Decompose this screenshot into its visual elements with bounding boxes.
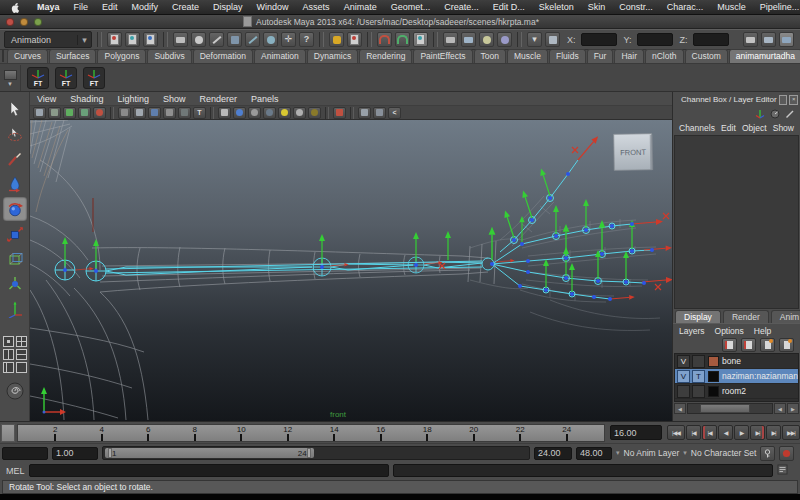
object-menu[interactable]: Object <box>742 123 767 133</box>
zoom-window-button[interactable] <box>34 18 42 26</box>
tool-settings-toggle-icon[interactable] <box>761 32 776 47</box>
layer-row-naziman[interactable]: V T naziman:nazianman <box>675 369 798 384</box>
hyperbolic-pen-icon[interactable] <box>784 108 796 120</box>
layer-type-checkbox[interactable]: T <box>692 370 705 383</box>
edit-menu[interactable]: Edit <box>721 123 736 133</box>
panel-menu-renderer[interactable]: Renderer <box>192 94 244 104</box>
status-collapser[interactable] <box>367 32 372 47</box>
paint-select-tool-button[interactable] <box>3 147 27 171</box>
select-component-icon[interactable] <box>209 32 224 47</box>
lock-selection-icon[interactable] <box>329 32 344 47</box>
menu-animate[interactable]: Animate <box>337 0 384 15</box>
shelf-tab-curves[interactable]: Curves <box>7 49 48 63</box>
menu-edit-deformers[interactable]: Edit D... <box>486 0 532 15</box>
layout-outliner-persp-button[interactable] <box>3 362 14 373</box>
menu-modify[interactable]: Modify <box>125 0 166 15</box>
panel-menu-view[interactable]: View <box>30 94 63 104</box>
shelf-item-ft-1[interactable]: FT <box>27 67 49 89</box>
tab-display[interactable]: Display <box>675 310 721 323</box>
layer-type-checkbox[interactable] <box>692 385 705 398</box>
input-line-options-icon[interactable]: ▾ <box>527 32 542 47</box>
lasso-tool-button[interactable] <box>3 122 27 146</box>
shelf-tab-fur[interactable]: Fur <box>587 49 614 63</box>
range-slider[interactable]: 1 24 <box>102 446 530 460</box>
range-end-handle[interactable] <box>307 448 311 458</box>
animation-end-input[interactable] <box>576 447 612 460</box>
two-d-pan-zoom-icon[interactable] <box>93 107 106 119</box>
wireframe-mode-icon[interactable] <box>218 107 231 119</box>
range-slider-bar[interactable]: 1 24 <box>105 448 314 458</box>
anim-layer-selector[interactable]: No Anim Layer <box>624 448 680 458</box>
shelf-tab-hair[interactable]: Hair <box>614 49 644 63</box>
layer-row-room2[interactable]: room2 <box>675 384 798 399</box>
playback-start-input[interactable] <box>52 447 98 460</box>
shelf-tab-subdivs[interactable]: Subdivs <box>147 49 191 63</box>
status-collapser[interactable] <box>97 32 102 47</box>
options-menu[interactable]: Options <box>715 326 744 336</box>
anim-layer-dropdown-icon[interactable]: ▾ <box>616 449 620 457</box>
film-gate-icon[interactable] <box>118 107 131 119</box>
speed-control-icon[interactable] <box>769 108 781 120</box>
select-tool-button[interactable] <box>3 97 27 121</box>
shelf-tab-muscle[interactable]: Muscle <box>507 49 548 63</box>
menu-create[interactable]: Create <box>165 0 206 15</box>
default-lighting-icon[interactable] <box>293 107 306 119</box>
tab-anim[interactable]: Anim <box>771 310 800 323</box>
current-frame-input[interactable] <box>610 425 662 440</box>
menu-window[interactable]: Window <box>250 0 296 15</box>
go-to-start-button[interactable]: |◀◀ <box>667 425 685 440</box>
play-backwards-button[interactable]: ◀ <box>718 425 733 440</box>
menu-skin[interactable]: Skin <box>581 0 613 15</box>
play-forwards-button[interactable]: ▶ <box>734 425 749 440</box>
y-input[interactable] <box>637 33 673 46</box>
textured-mode-icon[interactable] <box>248 107 261 119</box>
layer-visibility-checkbox[interactable]: V <box>677 355 690 368</box>
snap-curve-icon[interactable] <box>245 32 260 47</box>
render-settings-icon[interactable] <box>479 32 494 47</box>
create-empty-layer-icon[interactable] <box>760 338 775 352</box>
universal-manipulator-button[interactable] <box>3 247 27 271</box>
menu-maya[interactable]: Maya <box>30 0 67 15</box>
set-key-icon[interactable] <box>760 446 775 461</box>
shelf-item-ft-2[interactable]: FT <box>55 67 77 89</box>
menu-set-dropdown[interactable]: Animation ▾ <box>4 31 92 48</box>
open-scene-icon[interactable] <box>125 32 140 47</box>
scroll-right-end-icon[interactable]: ▶ <box>787 403 799 414</box>
layer-color-swatch[interactable] <box>708 371 719 382</box>
layer-type-checkbox[interactable] <box>692 355 705 368</box>
layer-name[interactable]: naziman:nazianman <box>722 371 798 381</box>
scrollbar-track[interactable] <box>687 403 773 414</box>
scroll-left-icon[interactable]: ◀ <box>674 403 686 414</box>
step-back-key-button[interactable]: |◀ <box>702 425 717 440</box>
snap-plane-icon[interactable]: ✛ <box>281 32 296 47</box>
quick-help-icon[interactable]: ? <box>299 32 314 47</box>
shadows-icon[interactable] <box>308 107 321 119</box>
minimize-window-button[interactable] <box>20 18 28 26</box>
go-to-end-button[interactable]: ▶▶| <box>782 425 800 440</box>
auto-keyframe-icon[interactable] <box>779 446 794 461</box>
gate-mask-icon[interactable] <box>148 107 161 119</box>
snap-magnet-curve-icon[interactable] <box>395 32 410 47</box>
create-layer-from-selected-icon[interactable] <box>779 338 794 352</box>
x-input[interactable] <box>581 33 617 46</box>
show-manipulator-tool-button[interactable] <box>3 297 27 321</box>
layer-name[interactable]: room2 <box>722 386 746 396</box>
select-object-icon[interactable] <box>191 32 206 47</box>
step-forward-frame-button[interactable]: ▶| <box>766 425 781 440</box>
layout-two-pane-stacked-button[interactable] <box>16 349 27 360</box>
layout-two-pane-side-button[interactable] <box>3 349 14 360</box>
character-set-selector[interactable]: No Character Set <box>691 448 757 458</box>
menu-pipeline[interactable]: Pipeline... <box>753 0 800 15</box>
status-collapser[interactable] <box>319 32 324 47</box>
snap-grid-icon[interactable] <box>227 32 242 47</box>
channel-box-toggle-icon[interactable] <box>779 32 794 47</box>
share-view-icon[interactable]: < <box>388 107 401 119</box>
layer-name[interactable]: bone <box>722 356 741 366</box>
snap-point-icon[interactable] <box>263 32 278 47</box>
absolute-transform-icon[interactable] <box>545 32 560 47</box>
shelf-tab-deformation[interactable]: Deformation <box>193 49 253 63</box>
shelf-options-icon[interactable] <box>4 70 17 80</box>
animation-start-input[interactable] <box>2 447 48 460</box>
close-window-button[interactable] <box>6 18 14 26</box>
shelf-tab-custom[interactable]: Custom <box>685 49 728 63</box>
